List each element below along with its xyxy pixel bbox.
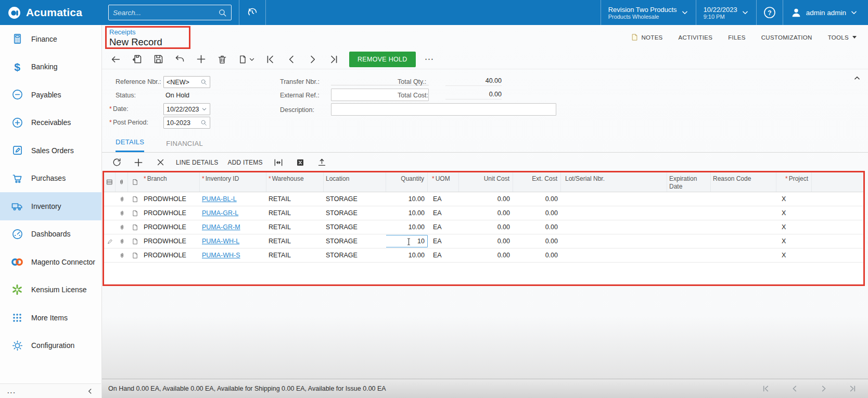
cell-ext-cost[interactable]: 0.00 bbox=[513, 195, 561, 203]
save-button[interactable] bbox=[152, 53, 164, 66]
search-box[interactable] bbox=[108, 5, 232, 20]
user-menu[interactable]: admin admin bbox=[783, 0, 868, 25]
cell-location[interactable]: STORAGE bbox=[324, 223, 386, 231]
add-new-button[interactable] bbox=[195, 53, 207, 66]
breadcrumb[interactable]: Receipts bbox=[109, 28, 162, 36]
company-branch-selector[interactable]: Revision Two Products Products Wholesale bbox=[601, 0, 696, 25]
notes-link[interactable]: NOTES bbox=[631, 33, 662, 41]
page-last-button[interactable] bbox=[848, 384, 858, 393]
attachment-icon[interactable] bbox=[116, 210, 128, 217]
sidebar-item-inventory[interactable]: Inventory bbox=[0, 192, 101, 220]
column-header-expiration-date[interactable]: Expiration Date bbox=[667, 172, 711, 192]
sidebar-item-payables[interactable]: Payables bbox=[0, 81, 101, 109]
cell-warehouse[interactable]: RETAIL bbox=[266, 252, 324, 259]
column-header-quantity[interactable]: Quantity bbox=[386, 172, 428, 192]
notes-column-icon[interactable] bbox=[128, 172, 142, 192]
cell-uom[interactable]: EA bbox=[428, 252, 459, 259]
cell-location[interactable]: STORAGE bbox=[324, 209, 386, 217]
go-last-button[interactable] bbox=[328, 53, 340, 66]
tab-financial[interactable]: FINANCIAL bbox=[166, 140, 203, 152]
export-excel-icon[interactable] bbox=[294, 156, 307, 169]
refresh-button[interactable] bbox=[110, 156, 123, 169]
column-header-lot-serial[interactable]: Lot/Serial Nbr. bbox=[561, 172, 667, 192]
column-header-reason-code[interactable]: Reason Code bbox=[711, 172, 776, 192]
post-period-field[interactable]: 10-2023 bbox=[163, 117, 210, 129]
cell-branch[interactable]: PRODWHOLE bbox=[142, 195, 200, 203]
back-button[interactable] bbox=[109, 53, 122, 66]
table-row[interactable]: PRODWHOLE PUMA-BL-L RETAIL STORAGE 10.00… bbox=[104, 192, 864, 206]
activities-link[interactable]: ACTIVITIES bbox=[679, 34, 713, 41]
save-and-close-button[interactable] bbox=[131, 53, 143, 66]
table-row[interactable]: PRODWHOLE PUMA-GR-M RETAIL STORAGE 10.00… bbox=[104, 220, 864, 234]
files-link[interactable]: FILES bbox=[728, 34, 745, 41]
sidebar-item-finance[interactable]: Finance bbox=[0, 25, 101, 53]
search-icon[interactable] bbox=[218, 8, 227, 17]
cancel-undo-button[interactable] bbox=[173, 53, 186, 66]
cell-warehouse[interactable]: RETAIL bbox=[266, 209, 324, 217]
cell-ext-cost[interactable]: 0.00 bbox=[513, 252, 561, 259]
attachment-column-icon[interactable] bbox=[116, 172, 128, 192]
attachment-icon[interactable] bbox=[116, 196, 128, 203]
cell-ext-cost[interactable]: 0.00 bbox=[513, 238, 561, 245]
column-header-project[interactable]: *Project bbox=[776, 172, 812, 192]
cell-warehouse[interactable]: RETAIL bbox=[266, 238, 324, 245]
cell-uom[interactable]: EA bbox=[428, 195, 459, 203]
toolbar-more-button[interactable]: ⋯ bbox=[425, 54, 434, 65]
cell-project[interactable]: X bbox=[776, 209, 812, 217]
note-icon[interactable] bbox=[128, 238, 142, 245]
note-icon[interactable] bbox=[128, 196, 142, 203]
cell-quantity[interactable]: 10.00 bbox=[386, 252, 428, 259]
cell-branch[interactable]: PRODWHOLE bbox=[142, 223, 200, 231]
search-input[interactable] bbox=[113, 9, 218, 17]
cell-unit-cost[interactable]: 0.00 bbox=[459, 209, 513, 217]
sidebar-item-dashboards[interactable]: Dashboards bbox=[0, 220, 101, 248]
cell-warehouse[interactable]: RETAIL bbox=[266, 195, 324, 203]
cell-location[interactable]: STORAGE bbox=[324, 195, 386, 203]
column-header-location[interactable]: Location bbox=[324, 172, 386, 192]
description-input[interactable] bbox=[331, 103, 556, 116]
copy-paste-menu[interactable] bbox=[237, 54, 255, 65]
cell-branch[interactable]: PRODWHOLE bbox=[142, 238, 200, 245]
cell-inventory-id-link[interactable]: PUMA-BL-L bbox=[202, 195, 237, 203]
attachment-icon[interactable] bbox=[116, 224, 128, 231]
sidebar-item-magento-connector[interactable]: Magento Connector bbox=[0, 248, 101, 276]
lookup-icon[interactable] bbox=[200, 119, 207, 126]
sidebar-item-configuration[interactable]: Configuration bbox=[0, 332, 101, 360]
customization-link[interactable]: CUSTOMIZATION bbox=[761, 34, 812, 41]
delete-button[interactable] bbox=[216, 53, 228, 66]
cell-location[interactable]: STORAGE bbox=[324, 252, 386, 259]
add-items-button[interactable]: ADD ITEMS bbox=[228, 159, 263, 166]
chevron-down-icon[interactable] bbox=[201, 106, 207, 112]
page-previous-button[interactable] bbox=[790, 384, 799, 393]
tab-details[interactable]: DETAILS bbox=[116, 138, 144, 152]
cell-ext-cost[interactable]: 0.00 bbox=[513, 209, 561, 217]
lookup-icon[interactable] bbox=[200, 79, 207, 85]
date-field[interactable]: 10/22/2023 bbox=[163, 103, 210, 115]
page-first-button[interactable] bbox=[761, 384, 770, 393]
column-header-ext-cost[interactable]: Ext. Cost bbox=[513, 172, 561, 192]
cell-project[interactable]: X bbox=[776, 195, 812, 203]
column-header-uom[interactable]: *UOM bbox=[428, 172, 459, 192]
column-header-branch[interactable]: *Branch bbox=[142, 172, 200, 192]
table-row[interactable]: PRODWHOLE PUMA-GR-L RETAIL STORAGE 10.00… bbox=[104, 206, 864, 220]
acumatica-logo[interactable]: Acumatica bbox=[0, 0, 102, 25]
go-next-button[interactable] bbox=[307, 53, 319, 66]
reference-nbr-field[interactable]: <NEW> bbox=[163, 76, 210, 88]
cell-uom[interactable]: EA bbox=[428, 209, 459, 217]
table-row[interactable]: PRODWHOLE PUMA-WH-S RETAIL STORAGE 10.00… bbox=[104, 248, 864, 263]
column-header-inventory-id[interactable]: *Inventory ID bbox=[200, 172, 266, 192]
go-first-button[interactable] bbox=[264, 53, 276, 66]
cell-warehouse[interactable]: RETAIL bbox=[266, 223, 324, 231]
cell-inventory-id-link[interactable]: PUMA-GR-M bbox=[202, 223, 240, 231]
add-row-button[interactable] bbox=[132, 156, 145, 169]
sidebar-item-more-items[interactable]: More Items bbox=[0, 304, 101, 332]
sidebar-item-kensium-license[interactable]: Kensium License bbox=[0, 276, 101, 304]
cell-inventory-id-link[interactable]: PUMA-GR-L bbox=[202, 209, 238, 217]
sidebar-more-button[interactable]: ... bbox=[7, 387, 16, 395]
cell-ext-cost[interactable]: 0.00 bbox=[513, 223, 561, 231]
cell-uom[interactable]: EA bbox=[428, 223, 459, 231]
note-icon[interactable] bbox=[128, 210, 142, 217]
business-date-selector[interactable]: 10/22/2023 9:10 PM bbox=[696, 0, 756, 25]
remove-hold-button[interactable]: REMOVE HOLD bbox=[349, 52, 416, 67]
cell-project[interactable]: X bbox=[776, 238, 812, 245]
